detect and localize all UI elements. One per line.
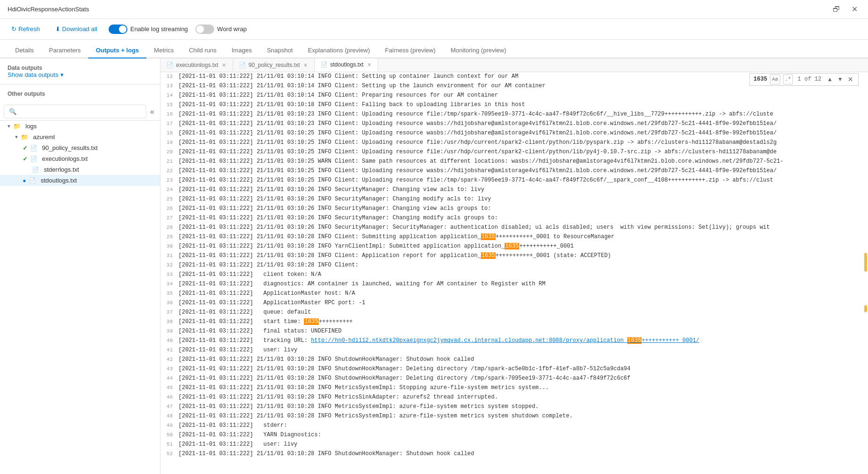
- log-line: 30[2021-11-01 03:11:222] 21/11/01 03:10:…: [160, 242, 868, 251]
- file-icon: 📄: [32, 166, 39, 173]
- log-line: 42[2021-11-01 03:11:222] 21/11/01 03:10:…: [160, 355, 868, 365]
- log-streaming-toggle-container: Enable log streaming: [109, 25, 188, 34]
- log-line-content: [2021-11-01 03:11:222] ApplicationMaster…: [178, 289, 864, 299]
- log-streaming-label: Enable log streaming: [130, 25, 188, 33]
- tab-outputs-logs[interactable]: Outputs + logs: [88, 43, 146, 58]
- sidebar-collapse-button[interactable]: «: [148, 106, 156, 118]
- log-line-content: [2021-11-01 03:11:222] 21/11/01 03:10:23…: [178, 110, 864, 119]
- file-tab-close-button[interactable]: ×: [221, 62, 227, 68]
- scroll-indicator: [864, 253, 867, 272]
- download-all-button[interactable]: ⬇ Download all: [51, 24, 101, 34]
- log-line: 23[2021-11-01 03:11:222] 21/11/01 03:10:…: [160, 176, 868, 185]
- log-line: 14[2021-11-01 03:11:222] 21/11/01 03:10:…: [160, 91, 868, 100]
- log-line: 18[2021-11-01 03:11:222] 21/11/01 03:10:…: [160, 129, 868, 138]
- log-line-number: 29: [164, 233, 178, 242]
- close-button[interactable]: ✕: [849, 4, 860, 15]
- show-data-outputs-button[interactable]: Show data outputs ▾: [8, 71, 64, 78]
- log-line-number: 26: [164, 204, 178, 214]
- log-line-content: [2021-11-01 03:11:222] 21/11/01 03:10:26…: [178, 195, 864, 204]
- file-tab-icon: 📄: [239, 62, 246, 68]
- tab-explanations[interactable]: Explanations (preview): [300, 43, 378, 58]
- log-line-number: 16: [164, 110, 178, 119]
- log-line-number: 42: [164, 355, 178, 365]
- log-container[interactable]: 1635 Aa .* 1 of 12 ▲ ▼ ✕ 12[2021-11-01 0…: [160, 72, 868, 474]
- sidebar: Data outputs Show data outputs ▾ Other o…: [0, 58, 160, 474]
- log-line-content: [2021-11-01 03:11:222] 21/11/01 03:10:25…: [178, 148, 864, 157]
- log-line: 36[2021-11-01 03:11:222] ApplicationMast…: [160, 299, 868, 308]
- log-line-number: 31: [164, 251, 178, 261]
- log-line: 28[2021-11-01 03:11:222] 21/11/01 03:10:…: [160, 223, 868, 233]
- log-streaming-toggle[interactable]: [109, 25, 127, 34]
- log-line-number: 19: [164, 138, 178, 148]
- log-line-content: [2021-11-01 03:11:222] stderr:: [178, 421, 864, 431]
- tree-item-logs-folder[interactable]: ▾📁logs: [0, 121, 160, 132]
- file-tab-executionlogs-tab[interactable]: 📄executionlogs.txt×: [160, 59, 233, 71]
- log-line-number: 44: [164, 374, 178, 383]
- log-line: 47[2021-11-01 03:11:222] 21/11/01 03:10:…: [160, 402, 868, 412]
- tree-item-label: logs: [25, 123, 37, 130]
- log-line-content: [2021-11-01 03:11:222] 21/11/01 03:10:18…: [178, 100, 864, 110]
- tab-images[interactable]: Images: [224, 43, 260, 58]
- log-line-content: [2021-11-01 03:11:222] tracking URL: htt…: [178, 336, 864, 346]
- log-line: 31[2021-11-01 03:11:222] 21/11/01 03:10:…: [160, 251, 868, 261]
- title-bar: HdiOivicResponseActionStats 🗗 ✕: [0, 0, 868, 19]
- log-line-number: 34: [164, 280, 178, 289]
- tree-item-label: azureml: [33, 133, 55, 141]
- log-line-number: 49: [164, 421, 178, 431]
- log-line-content: [2021-11-01 03:11:222] 21/11/01 03:10:28…: [178, 402, 864, 412]
- log-line-number: 21: [164, 157, 178, 166]
- search-next-button[interactable]: ▼: [836, 75, 844, 83]
- log-line-content: [2021-11-01 03:11:222] 21/11/01 03:10:25…: [178, 138, 864, 148]
- log-line-content: [2021-11-01 03:11:222] 21/11/01 03:10:28…: [178, 449, 864, 459]
- log-line: 48[2021-11-01 03:11:222] 21/11/01 03:10:…: [160, 412, 868, 421]
- log-line-number: 36: [164, 299, 178, 308]
- tab-child-runs[interactable]: Child runs: [181, 43, 224, 58]
- file-tab-close-button[interactable]: ×: [303, 62, 308, 68]
- search-regex-icon: .*: [783, 75, 793, 84]
- scroll-indicator-2: [864, 305, 867, 312]
- file-tab-stdoutlogs-tab[interactable]: 📄stdoutlogs.txt×: [315, 58, 379, 72]
- tab-snapshot[interactable]: Snapshot: [259, 43, 300, 58]
- tree-item-label: executionlogs.txt: [42, 155, 88, 162]
- other-outputs-label: Other outputs: [8, 91, 45, 97]
- log-line: 51[2021-11-01 03:11:222] user: livy: [160, 440, 868, 449]
- tree-item-90_policy_results[interactable]: ✓📄90_policy_results.txt: [0, 142, 160, 153]
- tab-parameters[interactable]: Parameters: [42, 43, 88, 58]
- file-icon: 📄: [29, 177, 36, 184]
- tree-item-azureml-folder[interactable]: ▾📁azureml: [0, 132, 160, 142]
- word-wrap-toggle[interactable]: [195, 25, 214, 34]
- log-line: 26[2021-11-01 03:11:222] 21/11/01 03:10:…: [160, 204, 868, 214]
- tree-item-stdoutlogs[interactable]: ●📄stdoutlogs.txt: [0, 175, 160, 186]
- sidebar-search: 🔍: [4, 105, 146, 118]
- sidebar-search-input[interactable]: [19, 108, 141, 115]
- tab-fairness[interactable]: Fairness (preview): [378, 43, 443, 58]
- file-tab-90policy-tab[interactable]: 📄90_policy_results.txt×: [233, 59, 315, 71]
- log-search-bar: 1635 Aa .* 1 of 12 ▲ ▼ ✕: [750, 73, 859, 86]
- log-line-number: 23: [164, 176, 178, 185]
- data-outputs-label: Data outputs: [8, 65, 42, 71]
- tree-item-executionlogs[interactable]: ✓📄executionlogs.txt: [0, 153, 160, 164]
- log-line-content: [2021-11-01 03:11:222] 21/11/01 03:10:26…: [178, 185, 864, 195]
- file-tab-label: 90_policy_results.txt: [249, 62, 300, 68]
- tab-details[interactable]: Details: [8, 43, 42, 58]
- data-outputs-section: Data outputs Show data outputs ▾: [0, 58, 160, 84]
- log-line: 32[2021-11-01 03:11:222] 21/11/01 03:10:…: [160, 261, 868, 270]
- chevron-down-icon: ▾: [60, 71, 64, 78]
- log-line-content: [2021-11-01 03:11:222] 21/11/01 03:10:28…: [178, 374, 864, 383]
- tab-monitoring[interactable]: Monitoring (preview): [443, 43, 514, 58]
- log-line: 45[2021-11-01 03:11:222] 21/11/01 03:10:…: [160, 383, 868, 393]
- tabs-bar: DetailsParametersOutputs + logsMetricsCh…: [0, 40, 868, 58]
- restore-button[interactable]: 🗗: [830, 4, 843, 15]
- log-line: 21[2021-11-01 03:11:222] 21/11/01 03:10:…: [160, 157, 868, 166]
- search-prev-button[interactable]: ▲: [826, 75, 834, 83]
- word-wrap-label: Word wrap: [217, 25, 247, 33]
- file-tab-label: stdoutlogs.txt: [330, 61, 364, 68]
- log-line: 52[2021-11-01 03:11:222] 21/11/01 03:10:…: [160, 449, 868, 459]
- refresh-button[interactable]: ↻ Refresh: [8, 24, 44, 34]
- log-link[interactable]: http://hn0-hdi112.ntkdtk20pxaeignxgc2jym…: [311, 337, 699, 344]
- tree-item-stderrlogs[interactable]: 📄stderrlogs.txt: [0, 164, 160, 175]
- tab-metrics[interactable]: Metrics: [146, 43, 181, 58]
- file-tab-close-button[interactable]: ×: [366, 61, 372, 68]
- search-close-button[interactable]: ✕: [847, 75, 854, 84]
- word-wrap-toggle-container: Word wrap: [195, 25, 247, 34]
